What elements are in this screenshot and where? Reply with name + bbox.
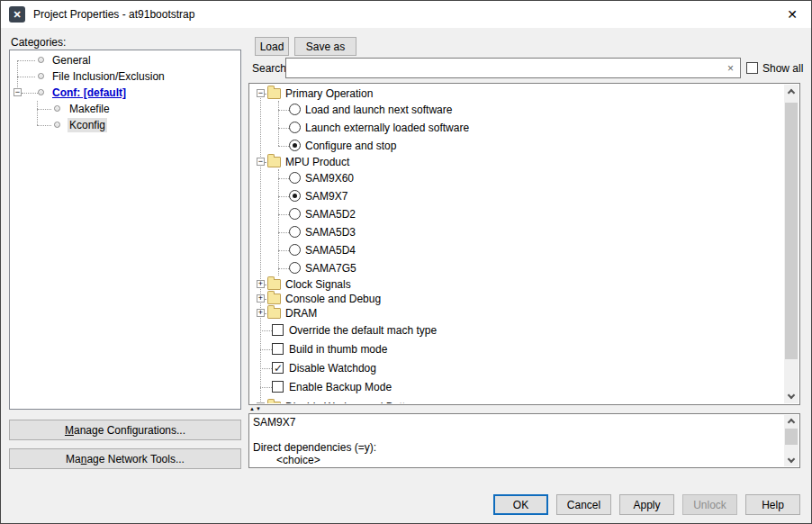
app-icon: ✕ <box>9 6 25 23</box>
collapse-icon[interactable]: − <box>257 89 265 97</box>
tree-row[interactable]: Configure and stop <box>250 137 784 155</box>
tree-row[interactable]: Disable Watchdog <box>250 358 784 377</box>
expand-icon[interactable]: + <box>257 309 265 317</box>
tree-item-label: Console and Debug <box>285 293 381 305</box>
tree-row[interactable]: Build in thumb mode <box>250 339 784 358</box>
radio-button[interactable] <box>289 226 301 238</box>
category-bullet-icon <box>54 105 60 112</box>
connector-line <box>260 330 272 331</box>
radio-button[interactable] <box>289 104 301 115</box>
save-as-button[interactable]: Save as <box>294 37 356 56</box>
checkbox[interactable] <box>272 324 284 336</box>
tree-item-label: SAM9X60 <box>305 172 354 185</box>
scrollbar-thumb[interactable] <box>785 429 798 445</box>
connector-line <box>278 178 289 179</box>
tree-row[interactable]: Load and launch next software <box>250 101 784 119</box>
connector-line <box>278 232 289 233</box>
radio-button[interactable] <box>289 172 301 184</box>
checkbox[interactable] <box>272 362 284 374</box>
radio-button[interactable] <box>289 262 301 274</box>
tree-row[interactable]: Override the default mach type <box>250 321 784 339</box>
search-input[interactable] <box>286 59 721 77</box>
radio-button[interactable] <box>289 244 301 256</box>
folder-icon <box>267 88 281 99</box>
radio-button[interactable] <box>289 140 301 151</box>
expand-icon[interactable]: + <box>257 294 265 303</box>
tree-row[interactable]: SAMA7G5 <box>250 259 784 277</box>
help-info-line: Direct dependencies (=y): <box>253 441 781 454</box>
tree-row[interactable]: SAMA5D2 <box>250 205 784 223</box>
cancel-button[interactable]: Cancel <box>556 494 611 515</box>
load-button[interactable]: Load <box>255 37 289 56</box>
scrollbar-thumb[interactable] <box>785 103 798 359</box>
tree-item-label: Load and launch next software <box>305 104 452 116</box>
help-info-line <box>253 429 781 441</box>
tree-row[interactable]: +Clock Signals <box>250 277 784 292</box>
folder-icon <box>267 294 281 304</box>
radio-button[interactable] <box>289 190 301 202</box>
tree-row[interactable]: SAMA5D4 <box>250 241 784 259</box>
connector-line <box>260 349 272 350</box>
tree-row[interactable]: SAMA5D3 <box>250 223 784 241</box>
manage-configurations-button[interactable]: Manage Configurations... <box>9 420 241 440</box>
radio-button[interactable] <box>289 122 301 133</box>
checkbox[interactable] <box>272 381 284 393</box>
tree-row[interactable]: +Disable Workaround Button <box>250 400 784 403</box>
help-button[interactable]: Help <box>745 494 800 515</box>
tree-row[interactable]: +Console and Debug <box>250 292 784 306</box>
show-all-checkbox[interactable] <box>746 62 758 74</box>
category-item-conf-default[interactable]: − Conf: [default] <box>10 85 240 101</box>
search-field[interactable]: × <box>285 58 741 78</box>
categories-tree: General File Inclusion/Exclusion − Conf:… <box>9 50 241 410</box>
splitter-handle[interactable]: ▲▼ <box>249 405 262 412</box>
scroll-down-icon[interactable] <box>784 390 798 403</box>
ok-button[interactable]: OK <box>493 494 548 515</box>
tree-row[interactable]: Launch externally loaded software <box>250 119 784 137</box>
tree-item-label: Disable Workaround Button <box>285 401 418 403</box>
help-info-line: <choice> <box>253 454 781 466</box>
collapse-icon[interactable]: − <box>257 158 265 166</box>
tree-row[interactable]: SAM9X7 <box>250 187 784 205</box>
radio-button[interactable] <box>289 208 301 220</box>
category-bullet-icon <box>54 122 60 128</box>
connector-line <box>22 93 38 94</box>
scroll-up-icon[interactable] <box>784 415 798 427</box>
tree-row[interactable]: SAM9X60 <box>250 169 784 187</box>
tree-item-label: Clock Signals <box>285 278 351 291</box>
expand-icon[interactable]: + <box>257 402 265 403</box>
tree-row[interactable]: −MPU Product <box>250 155 784 169</box>
scroll-down-icon[interactable] <box>784 455 798 466</box>
unlock-button: Unlock <box>682 494 737 515</box>
category-item-kconfig[interactable]: Kconfig <box>10 117 240 133</box>
tree-scrollbar[interactable] <box>784 85 798 403</box>
category-item-general[interactable]: General <box>10 52 240 68</box>
clear-search-icon[interactable]: × <box>721 62 740 75</box>
scroll-up-icon[interactable] <box>784 85 798 98</box>
manage-network-tools-button[interactable]: Manage Network Tools... <box>9 448 241 469</box>
category-label: Kconfig <box>68 118 107 132</box>
connector-line <box>37 109 51 110</box>
tree-item-label: MPU Product <box>285 156 349 168</box>
title-bar: ✕ Project Properties - at91bootstrap ✕ <box>1 1 811 28</box>
category-item-makefile[interactable]: Makefile <box>10 101 240 117</box>
help-info-panel: SAM9X7Direct dependencies (=y):<choice> <box>248 413 800 468</box>
close-icon[interactable]: ✕ <box>781 5 803 23</box>
tree-row[interactable]: −Primary Operation <box>250 86 784 101</box>
tree-item-label: Configure and stop <box>305 140 396 152</box>
tree-row[interactable]: Enable Backup Mode <box>250 377 784 396</box>
collapse-icon[interactable]: − <box>14 88 22 96</box>
button-text: age Network Tools... <box>86 453 185 465</box>
category-label: File Inclusion/Exclusion <box>50 69 167 84</box>
checkbox[interactable] <box>272 343 284 355</box>
category-label: General <box>50 53 93 68</box>
expand-icon[interactable]: + <box>257 280 265 288</box>
button-accel: M <box>65 424 74 437</box>
connector-line <box>278 146 289 147</box>
project-properties-dialog: ✕ Project Properties - at91bootstrap ✕ C… <box>0 0 812 524</box>
tree-row[interactable]: +DRAM <box>250 306 784 321</box>
info-scrollbar[interactable] <box>784 415 798 466</box>
category-item-file-inclusion[interactable]: File Inclusion/Exclusion <box>10 68 240 85</box>
connector-line <box>260 368 272 369</box>
category-bullet-icon <box>38 73 44 79</box>
apply-button[interactable]: Apply <box>619 494 674 515</box>
